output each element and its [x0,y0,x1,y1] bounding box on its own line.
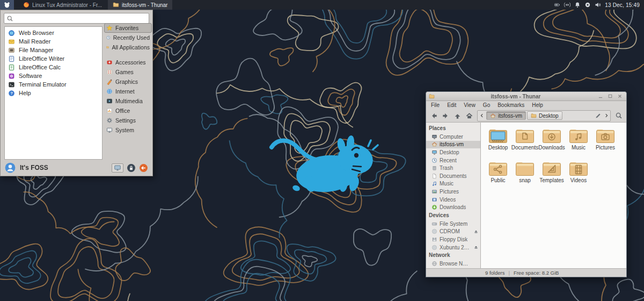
display-settings-icon [114,164,121,171]
tray-notifications-button[interactable] [574,2,581,8]
menubar-go[interactable]: Go [483,102,490,108]
file-item-label: Videos [570,177,587,183]
file-item-music[interactable]: Music [565,127,592,160]
thunar-titlebar[interactable]: itsfoss-vm - Thunar [426,92,626,101]
menubar-help[interactable]: Help [532,102,543,108]
home-button[interactable] [464,110,475,121]
sidebar-item-pictures[interactable]: Pictures [426,188,480,196]
sidebar-item-cdrom[interactable]: CDROM [426,228,480,236]
xubuntu-logo-icon [3,1,11,9]
lock-screen-icon [127,163,136,173]
tray-status-button[interactable] [584,2,591,8]
forward-button[interactable] [440,110,451,121]
menu-category-label: System [115,127,134,133]
graphics-icon [106,78,113,85]
menu-category-settings[interactable]: Settings [104,116,152,125]
menu-app-web-browser[interactable]: Web Browser [5,28,102,37]
sidebar-item-browse-network[interactable]: Browse Network [426,260,480,268]
path-crumb-desktop[interactable]: Desktop [527,111,562,120]
menubar-edit[interactable]: Edit [447,102,456,108]
menu-app-mail-reader[interactable]: Mail Reader [5,37,102,46]
taskbar-window-label: itsfoss-vm - Thunar [122,2,167,8]
minimize-button[interactable] [597,93,604,99]
sidebar-item-xubuntu-23-04-am-[interactable]: Xubuntu 23.04 am... [426,243,480,252]
sidebar-item-floppy-disk[interactable]: Floppy Disk [426,235,480,243]
thunar-window: itsfoss-vm - Thunar FileEditViewGoBookma… [426,91,627,277]
menu-category-accessories[interactable]: Accessories [104,58,152,67]
path-edit-button[interactable] [595,111,602,120]
menu-app-file-manager[interactable]: File Manager [5,46,102,54]
sidebar-item-trash[interactable]: Trash [426,164,480,172]
maximize-button[interactable] [606,93,614,99]
user-avatar[interactable] [5,162,16,173]
panel-clock[interactable]: 13 Dec, 15:49 [605,2,640,8]
sidebar-item-label: itsfoss-vm [440,141,464,147]
menu-category-multimedia[interactable]: Multimedia [104,96,152,106]
path-scroll-left-button[interactable] [478,111,485,120]
file-item-desktop[interactable]: Desktop [485,127,511,160]
sidebar-item-file-system[interactable]: File System [426,220,480,228]
recent-icon [106,34,111,41]
tray-battery-button[interactable] [554,2,560,8]
sidebar-item-desktop[interactable]: Desktop [426,148,480,156]
menu-search-input[interactable] [16,14,147,23]
eject-button[interactable] [473,229,479,234]
menu-app-label: Mail Reader [19,38,50,45]
display-settings-button[interactable] [112,163,123,173]
file-item-documents[interactable]: Documents [511,127,538,160]
menu-app-libreoffice-calc[interactable]: LibreOffice Calc [5,63,102,71]
menu-category-internet[interactable]: Internet [104,87,152,96]
menu-category-all-applications[interactable]: All Applications [104,42,152,52]
menubar-bookmarks[interactable]: Bookmarks [497,102,524,108]
menu-category-system[interactable]: System [104,125,152,135]
lock-screen-button[interactable] [127,163,136,173]
menu-app-libreoffice-writer[interactable]: LibreOffice Writer [5,54,102,63]
menubar-file[interactable]: File [431,102,440,108]
file-item-templates[interactable]: Templates [538,160,565,192]
file-item-public[interactable]: Public [485,160,511,192]
games-icon [106,69,113,75]
folder-pic-icon [595,127,616,144]
menu-category-games[interactable]: Games [104,67,152,77]
close-button[interactable] [616,93,624,99]
menubar-view[interactable]: View [464,102,475,108]
logout-button[interactable] [139,163,148,173]
taskbar-window-button[interactable]: itsfoss-vm - Thunar [108,0,172,10]
sidebar-header-devices: Devices [426,211,480,220]
sidebar-item-documents[interactable]: Documents [426,172,480,180]
eject-button[interactable] [473,245,479,250]
tray-network-button[interactable] [564,2,570,8]
menu-category-favorites[interactable]: Favorites [104,23,152,33]
multimedia-icon [106,98,113,104]
sidebar-item-videos[interactable]: Videos [426,196,480,204]
menu-app-help[interactable]: ?Help [5,89,102,97]
menu-app-software[interactable]: Software [5,71,102,80]
menu-category-recently-used[interactable]: Recently Used [104,33,152,42]
file-item-pictures[interactable]: Pictures [592,127,619,160]
file-item-videos[interactable]: Videos [565,160,592,192]
sidebar-item-computer[interactable]: Computer [426,133,480,141]
window-menu-icon[interactable] [429,94,435,99]
back-button[interactable] [428,110,440,121]
path-crumb-itsfoss-vm[interactable]: itsfoss-vm [486,111,526,120]
sidebar-item-music[interactable]: Music [426,180,480,188]
menu-app-label: Web Browser [19,30,54,36]
path-scroll-right-button[interactable] [603,111,610,120]
whisker-menu-button[interactable] [0,0,14,10]
file-item-downloads[interactable]: Downloads [538,127,565,160]
tray-volume-button[interactable] [595,2,601,8]
sidebar-item-recent[interactable]: Recent [426,156,480,164]
menu-search-field[interactable] [4,13,149,24]
sidebar-item-itsfoss-vm[interactable]: itsfoss-vm [426,141,480,149]
file-item-snap[interactable]: snap [511,160,538,192]
search-button[interactable] [613,110,624,121]
folder-video-icon [568,160,589,177]
menu-category-graphics[interactable]: Graphics [104,77,152,87]
sidebar-item-downloads[interactable]: Downloads [426,203,480,211]
up-button[interactable] [452,110,463,121]
taskbar-window-button[interactable]: Linux Tux Administrator - Fr... [18,0,107,10]
sidebar-item-label: File System [440,221,467,227]
menu-app-terminal-emulator[interactable]: Terminal Emulator [5,80,102,89]
folder-music-icon [568,127,589,144]
menu-category-office[interactable]: Office [104,106,152,116]
